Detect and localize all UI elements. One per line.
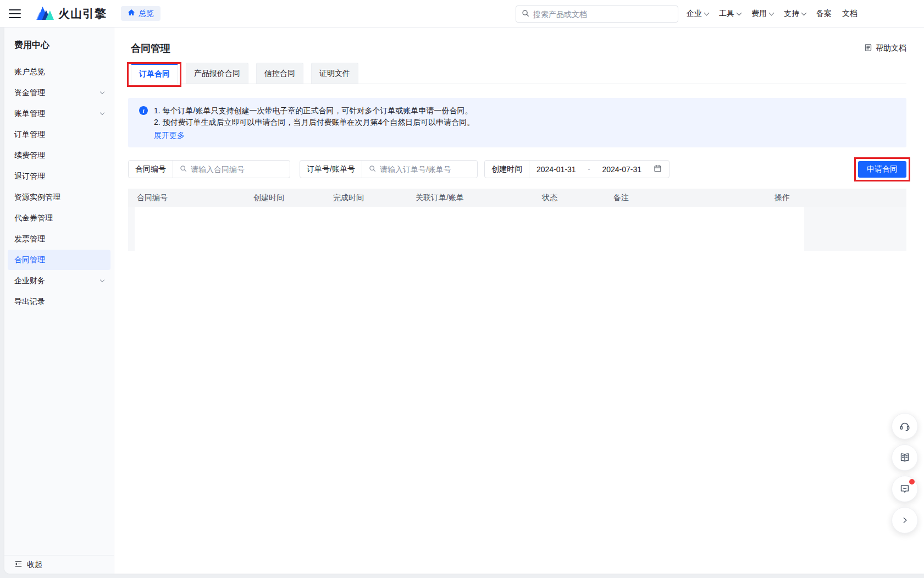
col-status: 状态 (533, 193, 605, 203)
chevron-down-icon (100, 277, 104, 282)
sidebar-title: 费用中心 (4, 27, 114, 57)
search-input[interactable] (533, 10, 672, 19)
page-title: 合同管理 (131, 42, 170, 55)
order-no-filter: 订单号/账单号 (300, 160, 478, 178)
apply-contract-button[interactable]: 申请合同 (858, 161, 906, 178)
contract-tabs: 订单合同 产品报价合同 信控合同 证明文件 (128, 63, 906, 84)
headset-icon (899, 420, 911, 432)
sidebar-item-enterprise-finance[interactable]: 企业财务 (8, 271, 110, 291)
sidebar-item-orders[interactable]: 订单管理 (8, 124, 110, 145)
chevron-down-icon (737, 10, 742, 15)
tab-certificates[interactable]: 证明文件 (311, 63, 358, 84)
filter-bar: 合同编号 订单号/账单号 创建时间 (128, 160, 906, 178)
table-body-empty (128, 207, 906, 251)
sidebar-item-unsubscribe[interactable]: 退订管理 (8, 166, 110, 186)
chevron-right-icon (899, 515, 910, 526)
documentation-button[interactable] (892, 444, 918, 471)
notice-banner: i 1. 每个订单/账单只支持创建一次带电子章的正式合同，可针对多个订单或账单申… (128, 98, 906, 147)
document-icon (864, 43, 872, 53)
feedback-chat-icon (899, 483, 911, 495)
home-icon (128, 9, 135, 18)
expand-more-link[interactable]: 展开更多 (154, 131, 185, 141)
date-end-value[interactable]: 2024-07-31 (602, 165, 641, 174)
feedback-button[interactable] (892, 476, 918, 502)
sidebar-item-vouchers[interactable]: 代金券管理 (8, 208, 110, 228)
sidebar-item-export-records[interactable]: 导出记录 (8, 291, 110, 312)
navbar-menu: 企业 工具 费用 支持 备案 文档 (687, 0, 857, 27)
sidebar-menu: 账户总览 资金管理 账单管理 订单管理 续费管理 退订管理 资源实例管理 代金券… (4, 61, 114, 312)
help-docs-link[interactable]: 帮助文档 (864, 43, 906, 53)
contract-no-input[interactable] (191, 165, 283, 174)
expand-panel-button[interactable] (892, 507, 918, 533)
chevron-down-icon (769, 10, 774, 15)
chevron-down-icon (100, 89, 104, 93)
sidebar-item-account-overview[interactable]: 账户总览 (8, 62, 110, 82)
col-actions: 操作 (766, 193, 906, 203)
chevron-down-icon (100, 110, 104, 114)
order-no-input[interactable] (380, 165, 471, 174)
open-book-icon (899, 452, 911, 464)
contract-no-filter: 合同编号 (128, 160, 290, 178)
tab-order-contract[interactable]: 订单合同 (131, 63, 178, 84)
contracts-table: 合同编号 创建时间 完成时间 关联订单/账单 状态 备注 操作 (128, 189, 906, 251)
nav-item-billing[interactable]: 费用 (751, 9, 773, 19)
created-time-filter: 创建时间 2024-01-31 - 2024-07-31 (484, 160, 670, 178)
nav-item-tools[interactable]: 工具 (719, 9, 741, 19)
notice-line-1: 1. 每个订单/账单只支持创建一次带电子章的正式合同，可针对多个订单或账单申请一… (154, 105, 474, 117)
sidebar-item-invoices[interactable]: 发票管理 (8, 229, 110, 249)
billing-sidebar: 费用中心 账户总览 资金管理 账单管理 订单管理 续费管理 退订管理 资源实例管… (4, 27, 114, 574)
chevron-down-icon (704, 10, 710, 15)
order-no-label: 订单号/账单号 (300, 161, 362, 178)
brand-name: 火山引擎 (58, 6, 107, 21)
console-panel: 费用中心 账户总览 资金管理 账单管理 订单管理 续费管理 退订管理 资源实例管… (4, 27, 924, 574)
product-search-box[interactable] (516, 5, 678, 23)
nav-item-docs[interactable]: 文档 (842, 9, 857, 19)
sidebar-item-renewal[interactable]: 续费管理 (8, 145, 110, 166)
sidebar-item-resource-instances[interactable]: 资源实例管理 (8, 187, 110, 207)
nav-item-support[interactable]: 支持 (784, 9, 806, 19)
calendar-icon[interactable] (654, 164, 662, 174)
created-time-label: 创建时间 (485, 161, 529, 178)
customer-service-button[interactable] (892, 413, 918, 439)
date-range-picker[interactable]: 2024-01-31 - 2024-07-31 (529, 161, 669, 178)
nav-item-icp[interactable]: 备案 (816, 9, 832, 19)
table-header-row: 合同编号 创建时间 完成时间 关联订单/账单 状态 备注 操作 (128, 189, 906, 207)
sidebar-item-bills[interactable]: 账单管理 (8, 103, 110, 124)
hamburger-menu-icon[interactable] (9, 9, 21, 18)
top-navbar: 火山引擎 总览 企业 工具 费用 支持 备案 文档 (0, 0, 924, 27)
overview-nav-button[interactable]: 总览 (121, 6, 161, 21)
tab-product-quote-contract[interactable]: 产品报价合同 (186, 63, 248, 84)
contract-no-label: 合同编号 (129, 161, 173, 178)
info-icon: i (139, 106, 148, 115)
col-finished-time: 完成时间 (324, 193, 407, 203)
col-contract-no: 合同编号 (128, 193, 245, 203)
sidebar-item-funds[interactable]: 资金管理 (8, 82, 110, 103)
sidebar-item-contracts[interactable]: 合同管理 (8, 250, 110, 270)
empty-rows-area (135, 207, 804, 251)
sidebar-collapse-button[interactable]: 收起 (4, 555, 114, 574)
collapse-label: 收起 (27, 560, 42, 570)
contract-management-page: 合同管理 帮助文档 订单合同 产品报价合同 信控合同 证明文件 i (114, 27, 924, 574)
col-related-orders: 关联订单/账单 (407, 193, 533, 203)
date-separator: - (588, 166, 590, 173)
nav-item-enterprise[interactable]: 企业 (687, 9, 709, 19)
col-remark: 备注 (605, 193, 766, 203)
col-created-time: 创建时间 (245, 193, 324, 203)
search-icon (369, 165, 376, 174)
notification-badge (909, 479, 915, 485)
chevron-down-icon (801, 10, 807, 15)
notice-line-2: 2. 预付费订单生成后立即可以申请合同，当月后付费账单在次月第4个自然日后可以申… (154, 117, 474, 128)
search-icon (180, 165, 187, 174)
tab-credit-control-contract[interactable]: 信控合同 (256, 63, 303, 84)
search-icon (522, 9, 529, 19)
volcengine-logo-icon (36, 5, 54, 22)
brand-logo[interactable]: 火山引擎 (36, 5, 107, 22)
collapse-sidebar-icon (14, 560, 23, 570)
overview-label: 总览 (139, 9, 154, 19)
date-start-value[interactable]: 2024-01-31 (536, 165, 576, 174)
